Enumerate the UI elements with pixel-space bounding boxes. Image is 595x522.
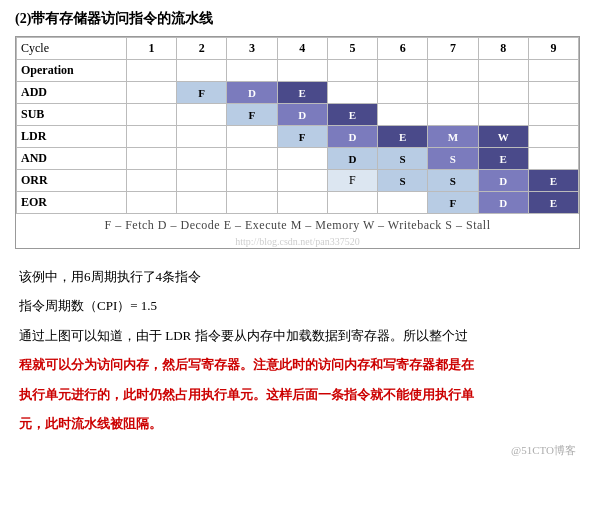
sub-c2 bbox=[177, 104, 227, 126]
orr-c9: E bbox=[528, 170, 578, 192]
add-c1 bbox=[126, 82, 176, 104]
cycle-4: 4 bbox=[277, 38, 327, 60]
op-h7 bbox=[428, 60, 478, 82]
eor-c8: D bbox=[478, 192, 528, 214]
and-c3 bbox=[227, 148, 277, 170]
and-c7: S bbox=[428, 148, 478, 170]
sub-c1 bbox=[126, 104, 176, 126]
sub-c3: F bbox=[227, 104, 277, 126]
cycle-6: 6 bbox=[378, 38, 428, 60]
and-c5: D bbox=[327, 148, 377, 170]
sub-c7 bbox=[428, 104, 478, 126]
ldr-c9 bbox=[528, 126, 578, 148]
orr-c7: S bbox=[428, 170, 478, 192]
sub-c9 bbox=[528, 104, 578, 126]
sub-c5: E bbox=[327, 104, 377, 126]
eor-c1 bbox=[126, 192, 176, 214]
op-name-and: AND bbox=[17, 148, 127, 170]
orr-c5: F bbox=[327, 170, 377, 192]
orr-c3 bbox=[227, 170, 277, 192]
ldr-c2 bbox=[177, 126, 227, 148]
add-c6 bbox=[378, 82, 428, 104]
eor-c7: F bbox=[428, 192, 478, 214]
sub-c4: D bbox=[277, 104, 327, 126]
op-name-sub: SUB bbox=[17, 104, 127, 126]
content-line6: 元，此时流水线被阻隔。 bbox=[19, 412, 576, 435]
operation-header: Operation bbox=[17, 60, 127, 82]
page-title: (2)带有存储器访问指令的流水线 bbox=[15, 10, 580, 28]
op-name-eor: EOR bbox=[17, 192, 127, 214]
cycle-8: 8 bbox=[478, 38, 528, 60]
sub-c8 bbox=[478, 104, 528, 126]
op-h5 bbox=[327, 60, 377, 82]
op-name-ldr: LDR bbox=[17, 126, 127, 148]
orr-c2 bbox=[177, 170, 227, 192]
table-row-orr: ORR F S S D E bbox=[17, 170, 579, 192]
cycle-7: 7 bbox=[428, 38, 478, 60]
and-c2 bbox=[177, 148, 227, 170]
eor-c9: E bbox=[528, 192, 578, 214]
table-row-and: AND D S S E bbox=[17, 148, 579, 170]
ldr-c6: E bbox=[378, 126, 428, 148]
add-c5 bbox=[327, 82, 377, 104]
cycle-3: 3 bbox=[227, 38, 277, 60]
op-name-orr: ORR bbox=[17, 170, 127, 192]
eor-c2 bbox=[177, 192, 227, 214]
table-row-eor: EOR F D E bbox=[17, 192, 579, 214]
cycle-1: 1 bbox=[126, 38, 176, 60]
eor-c3 bbox=[227, 192, 277, 214]
ldr-c7: M bbox=[428, 126, 478, 148]
add-c8 bbox=[478, 82, 528, 104]
content-line5: 执行单元进行的，此时仍然占用执行单元。这样后面一条指令就不能使用执行单 bbox=[19, 383, 576, 406]
and-c8: E bbox=[478, 148, 528, 170]
content-line3: 通过上图可以知道，由于 LDR 指令要从内存中加载数据到寄存器。所以整个过 bbox=[19, 324, 576, 347]
cycle-5: 5 bbox=[327, 38, 377, 60]
eor-c4 bbox=[277, 192, 327, 214]
cycle-9: 9 bbox=[528, 38, 578, 60]
sub-c6 bbox=[378, 104, 428, 126]
pipeline-table: Cycle 1 2 3 4 5 6 7 8 9 Operation bbox=[16, 37, 579, 214]
op-h6 bbox=[378, 60, 428, 82]
orr-c6: S bbox=[378, 170, 428, 192]
and-c1 bbox=[126, 148, 176, 170]
ldr-c1 bbox=[126, 126, 176, 148]
table-row-add: ADD F D E bbox=[17, 82, 579, 104]
watermark: http://blog.csdn.net/pan337520 bbox=[16, 235, 579, 248]
content-line1: 该例中，用6周期执行了4条指令 bbox=[19, 265, 576, 288]
pipeline-table-container: Cycle 1 2 3 4 5 6 7 8 9 Operation bbox=[15, 36, 580, 249]
ldr-c5: D bbox=[327, 126, 377, 148]
page-wrapper: (2)带有存储器访问指令的流水线 Cycle 1 2 3 4 5 6 7 8 9… bbox=[0, 0, 595, 481]
add-c4: E bbox=[277, 82, 327, 104]
add-c9 bbox=[528, 82, 578, 104]
ldr-c3 bbox=[227, 126, 277, 148]
op-name-add: ADD bbox=[17, 82, 127, 104]
orr-c8: D bbox=[478, 170, 528, 192]
and-c6: S bbox=[378, 148, 428, 170]
op-h1 bbox=[126, 60, 176, 82]
and-c4 bbox=[277, 148, 327, 170]
op-h2 bbox=[177, 60, 227, 82]
op-h4 bbox=[277, 60, 327, 82]
op-h9 bbox=[528, 60, 578, 82]
ldr-c4: F bbox=[277, 126, 327, 148]
add-c7 bbox=[428, 82, 478, 104]
table-row-sub: SUB F D E bbox=[17, 104, 579, 126]
orr-c1 bbox=[126, 170, 176, 192]
cycle-header: Cycle bbox=[17, 38, 127, 60]
op-h8 bbox=[478, 60, 528, 82]
footer-watermark: @51CTO博客 bbox=[19, 441, 576, 461]
eor-c6 bbox=[378, 192, 428, 214]
content-section: 该例中，用6周期执行了4条指令 指令周期数（CPI）= 1.5 通过上图可以知道… bbox=[15, 257, 580, 471]
and-c9 bbox=[528, 148, 578, 170]
orr-c4 bbox=[277, 170, 327, 192]
op-h3 bbox=[227, 60, 277, 82]
content-line4: 程就可以分为访问内存，然后写寄存器。注意此时的访问内存和写寄存器都是在 bbox=[19, 353, 576, 376]
content-line2: 指令周期数（CPI）= 1.5 bbox=[19, 294, 576, 317]
cycle-2: 2 bbox=[177, 38, 227, 60]
eor-c5 bbox=[327, 192, 377, 214]
ldr-c8: W bbox=[478, 126, 528, 148]
add-c2: F bbox=[177, 82, 227, 104]
add-c3: D bbox=[227, 82, 277, 104]
table-row-ldr: LDR F D E M W bbox=[17, 126, 579, 148]
legend: F – Fetch D – Decode E – Execute M – Mem… bbox=[16, 214, 579, 235]
